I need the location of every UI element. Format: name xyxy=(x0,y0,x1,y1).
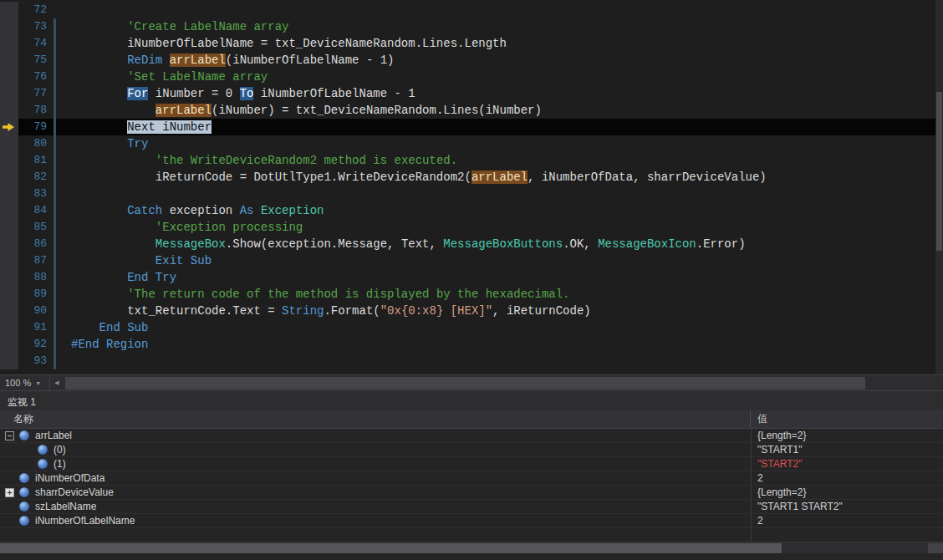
watch-variable-value[interactable]: "START1" xyxy=(751,443,943,456)
watch-variable-name[interactable]: iNumberOfLabelName xyxy=(35,515,135,527)
breakpoint-margin[interactable] xyxy=(0,336,18,353)
breakpoint-margin[interactable] xyxy=(0,186,18,202)
code-segment-typ: Exception xyxy=(261,204,324,217)
variable-icon xyxy=(38,445,48,455)
breakpoint-margin[interactable] xyxy=(0,152,18,169)
editor-vertical-scrollbar[interactable] xyxy=(935,0,943,374)
breakpoint-margin[interactable] xyxy=(0,69,18,85)
code-line[interactable]: 77 For iNumber = 0 To iNumberOfLabelName… xyxy=(0,85,943,102)
code-line[interactable]: 72 xyxy=(0,2,943,18)
code-line[interactable]: 78 arrLabel(iNumber) = txt_DeviceNameRan… xyxy=(0,102,943,119)
column-header-name[interactable]: 名称 xyxy=(0,410,751,428)
editor-horizontal-scrollbar[interactable] xyxy=(64,375,943,390)
breakpoint-margin[interactable] xyxy=(0,252,18,269)
column-header-value[interactable]: 值 xyxy=(751,410,943,428)
code-text: arrLabel(iNumber) = txt_DeviceNameRandom… xyxy=(54,102,542,119)
breakpoint-margin[interactable] xyxy=(0,18,18,35)
breakpoint-margin[interactable] xyxy=(0,85,18,102)
code-line[interactable]: 80 Try xyxy=(0,135,943,152)
watch-name-cell: −arrLabel xyxy=(0,429,751,442)
breakpoint-margin[interactable] xyxy=(0,353,18,369)
watch-row[interactable]: −arrLabel{Length=2} xyxy=(0,429,943,443)
code-line[interactable]: 79 Next iNumber xyxy=(0,119,943,135)
breakpoint-margin[interactable] xyxy=(0,119,18,135)
code-line[interactable]: 86 MessageBox.Show(exception.Message, Te… xyxy=(0,236,943,252)
watch-scrollbar-thumb[interactable] xyxy=(0,543,782,553)
code-line[interactable]: 81 'the WriteDeviceRandom2 method is exe… xyxy=(0,152,943,169)
code-line[interactable]: 83 xyxy=(0,186,943,202)
code-segment-pln xyxy=(253,204,260,217)
breakpoint-margin[interactable] xyxy=(0,52,18,69)
breakpoint-margin[interactable] xyxy=(0,236,18,252)
watch-variable-name[interactable]: szLabelName xyxy=(35,501,96,512)
breakpoint-margin[interactable] xyxy=(0,219,18,236)
breakpoint-margin[interactable] xyxy=(0,286,18,303)
breakpoint-margin[interactable] xyxy=(0,35,18,52)
scroll-left-button[interactable]: ◀ xyxy=(50,379,64,386)
breakpoint-margin[interactable] xyxy=(0,102,18,119)
watch-row[interactable]: iNumberOfData2 xyxy=(0,471,943,486)
watch-variable-value[interactable]: {Length=2} xyxy=(751,429,943,442)
watch-row[interactable]: (0)"START1" xyxy=(0,443,943,457)
code-line[interactable]: 76 'Set LabelName array xyxy=(0,69,943,85)
code-line[interactable]: 88 End Try xyxy=(0,269,943,286)
code-text: For iNumber = 0 To iNumberOfLabelName - … xyxy=(54,85,415,102)
vertical-scrollbar-thumb[interactable] xyxy=(936,92,942,251)
watch-name-cell: szLabelName xyxy=(0,500,751,513)
code-line[interactable]: 93 xyxy=(0,353,943,369)
line-number: 89 xyxy=(18,286,54,303)
line-number: 80 xyxy=(18,135,54,152)
breakpoint-margin[interactable] xyxy=(0,202,18,219)
breakpoint-margin[interactable] xyxy=(0,269,18,286)
watch-variable-name[interactable]: iNumberOfData xyxy=(35,472,104,484)
breakpoint-margin[interactable] xyxy=(0,135,18,152)
column-separator[interactable] xyxy=(751,429,752,542)
code-line[interactable]: 82 iReturnCode = DotUtlType1.WriteDevice… xyxy=(0,169,943,186)
code-line[interactable]: 89 'The return code of the method is dis… xyxy=(0,286,943,303)
breakpoint-margin[interactable] xyxy=(0,319,18,336)
code-line[interactable]: 73 'Create LabelName array xyxy=(0,18,943,35)
code-line[interactable]: 84 Catch exception As Exception xyxy=(0,202,943,219)
collapse-icon[interactable]: − xyxy=(5,431,14,440)
breakpoint-margin[interactable] xyxy=(0,2,18,18)
line-number: 90 xyxy=(18,303,54,319)
code-line[interactable]: 90 txt_ReturnCode.Text = String.Format("… xyxy=(0,303,943,319)
horizontal-scrollbar-thumb[interactable] xyxy=(65,377,865,389)
code-line[interactable]: 75 ReDim arrLabel(iNumberOfLabelName - 1… xyxy=(0,52,943,69)
watch-variable-value[interactable]: "START1 START2" xyxy=(751,500,943,513)
line-number: 93 xyxy=(18,353,54,369)
code-line[interactable]: 74 iNumberOfLabelName = txt_DeviceNameRa… xyxy=(0,35,943,52)
watch-row[interactable]: (1)"START2" xyxy=(0,457,943,471)
code-segment-pln xyxy=(71,221,155,234)
zoom-control[interactable]: 100 % ▼ xyxy=(0,375,50,390)
code-line[interactable]: 87 Exit Sub xyxy=(0,252,943,269)
breakpoint-margin[interactable] xyxy=(0,303,18,319)
watch-variable-name[interactable]: sharrDeviceValue xyxy=(35,486,114,498)
watch-variable-value[interactable]: {Length=2} xyxy=(751,486,943,499)
scrollbar-corner xyxy=(928,543,943,553)
line-number: 74 xyxy=(18,35,54,52)
watch-row[interactable]: szLabelName"START1 START2" xyxy=(0,500,943,514)
watch-row[interactable]: +sharrDeviceValue{Length=2} xyxy=(0,486,943,500)
watch-variable-name[interactable]: arrLabel xyxy=(35,430,72,441)
watch-variable-name[interactable]: (1) xyxy=(54,458,66,470)
watch-variable-name[interactable]: (0) xyxy=(54,444,66,456)
watch-horizontal-scrollbar[interactable] xyxy=(0,542,943,553)
code-text: End Sub xyxy=(54,319,148,336)
code-segment-cmt: 'the WriteDeviceRandom2 method is execut… xyxy=(155,154,457,167)
code-editor[interactable]: 7273 'Create LabelName array74 iNumberOf… xyxy=(0,0,943,374)
watch-row[interactable]: iNumberOfLabelName2 xyxy=(0,514,943,528)
code-segment-kw: Catch xyxy=(127,204,162,217)
expand-icon[interactable]: + xyxy=(5,488,14,497)
code-segment-pln xyxy=(71,204,127,217)
code-line[interactable]: 85 'Exception processing xyxy=(0,219,943,236)
code-line[interactable]: 91 End Sub xyxy=(0,319,943,336)
code-line[interactable]: 92#End Region xyxy=(0,336,943,353)
code-segment-pln: (iNumberOfLabelName - 1) xyxy=(226,53,395,67)
code-segment-cmt: 'The return code of the method is displa… xyxy=(127,288,569,301)
watch-variable-value[interactable]: 2 xyxy=(751,514,943,527)
line-number: 81 xyxy=(18,152,54,169)
watch-variable-value[interactable]: 2 xyxy=(751,471,943,485)
watch-variable-value[interactable]: "START2" xyxy=(751,457,943,471)
breakpoint-margin[interactable] xyxy=(0,169,18,186)
